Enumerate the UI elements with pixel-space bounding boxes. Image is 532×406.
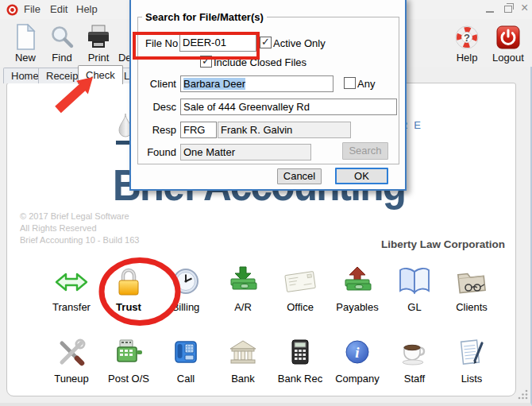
resp-code-input[interactable]: FRG xyxy=(180,122,217,138)
menu-edit[interactable]: Edit xyxy=(50,3,67,15)
selected-text: Barbara Deer xyxy=(183,78,245,90)
magnifier-icon xyxy=(49,24,75,51)
desc-input[interactable]: Sale of 444 Greenvalley Rd xyxy=(180,99,397,115)
tools-icon xyxy=(56,337,87,370)
module-post-os[interactable]: Post O/S xyxy=(100,337,157,385)
ok-button[interactable]: OK xyxy=(335,168,388,184)
client-label: Client xyxy=(143,78,176,90)
cash-register-icon xyxy=(113,337,145,370)
any-label: Any xyxy=(357,78,375,90)
module-trust[interactable]: Trust xyxy=(100,265,157,313)
logout-button[interactable]: Logout xyxy=(486,22,530,65)
module-company[interactable]: i Company xyxy=(329,337,386,385)
module-lists[interactable]: Lists xyxy=(443,337,500,385)
module-call[interactable]: Call xyxy=(157,337,214,385)
resize-grip[interactable] xyxy=(516,388,529,400)
dialog-group-title: Search for File/Matter(s) xyxy=(142,11,267,23)
open-book-icon xyxy=(397,265,432,299)
tab-check[interactable]: Check xyxy=(78,65,123,84)
found-label: Found xyxy=(140,146,176,158)
file-no-label: File No xyxy=(145,37,178,49)
resp-label: Resp xyxy=(143,124,176,136)
envelope-icon xyxy=(283,265,318,299)
minimize-button[interactable] xyxy=(486,11,494,13)
transfer-arrows-icon xyxy=(54,265,89,299)
new-document-icon xyxy=(13,24,37,51)
money-in-icon xyxy=(227,265,259,299)
resp-name-field: Frank R. Galvin xyxy=(218,122,351,138)
module-bank-rec[interactable]: Bank Rec xyxy=(272,337,329,385)
module-bank[interactable]: Bank xyxy=(214,337,272,385)
module-transfer[interactable]: Transfer xyxy=(43,265,100,313)
include-closed-checkbox[interactable]: ✓ xyxy=(200,56,212,68)
bank-building-icon xyxy=(227,337,259,370)
search-file-matter-dialog: Search for File/Matter(s) File No DEER-0… xyxy=(129,0,407,191)
info-circle-icon: i xyxy=(341,337,373,370)
brief-bullseye-logo-icon xyxy=(6,4,18,16)
module-row-2: Tuneup Post O/S Call xyxy=(43,337,500,385)
module-staff[interactable]: Staff xyxy=(386,337,443,385)
money-out-icon xyxy=(341,265,373,299)
printer-icon xyxy=(85,24,112,51)
active-only-checkbox[interactable]: ✓ xyxy=(260,37,272,48)
folder-glasses-icon xyxy=(454,265,489,299)
notepad-pen-icon xyxy=(456,337,488,370)
found-field: One Matter xyxy=(180,144,311,160)
help-button[interactable]: ? Help xyxy=(445,22,489,65)
clock-icon xyxy=(170,265,202,299)
module-tuneup[interactable]: Tuneup xyxy=(43,337,100,385)
cancel-button[interactable]: Cancel xyxy=(277,168,322,184)
calculator-icon xyxy=(284,337,316,370)
module-clients[interactable]: Clients xyxy=(443,265,500,313)
module-office[interactable]: Office xyxy=(272,265,329,313)
include-closed-label: Include Closed Files xyxy=(214,56,306,68)
power-logout-icon xyxy=(495,24,521,51)
module-payables[interactable]: Payables xyxy=(329,265,386,313)
search-button[interactable]: Search xyxy=(342,142,388,160)
module-ar[interactable]: A/R xyxy=(214,265,272,313)
menu-file[interactable]: File xyxy=(24,3,40,15)
svg-text:?: ? xyxy=(464,32,470,44)
padlock-icon xyxy=(113,265,145,299)
client-input[interactable]: Barbara Deer xyxy=(180,75,333,92)
menu-help[interactable]: Help xyxy=(76,3,98,15)
module-billing[interactable]: Billing xyxy=(157,265,214,313)
file-no-input[interactable]: DEER-01 xyxy=(179,34,256,52)
any-checkbox[interactable] xyxy=(344,77,356,89)
close-button[interactable]: × xyxy=(521,2,528,14)
restore-button[interactable] xyxy=(504,6,512,13)
lifebuoy-help-icon: ? xyxy=(454,24,480,51)
active-only-label: Active Only xyxy=(273,37,326,49)
module-gl[interactable]: GL xyxy=(386,265,443,313)
coffee-cup-icon xyxy=(397,337,432,370)
desc-label: Desc xyxy=(143,101,176,113)
telephone-icon xyxy=(170,337,202,370)
svg-text:i: i xyxy=(355,344,360,361)
module-row-1: Transfer Trust Billing xyxy=(43,265,500,313)
